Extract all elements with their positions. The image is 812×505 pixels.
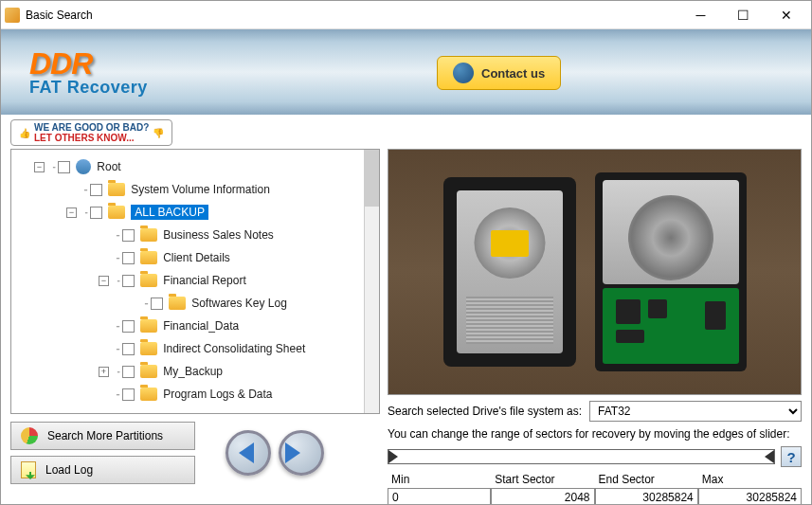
feedback-badge[interactable]: 👍 WE ARE GOOD OR BAD? LET OTHERS KNOW...…	[10, 119, 172, 146]
start-sector-input[interactable]: 2048	[491, 488, 594, 505]
tree-label: Financial_Data	[163, 319, 239, 333]
tree-label: Client Details	[163, 251, 230, 264]
hard-drive-image-1	[443, 177, 576, 367]
tree-row[interactable]: ···· Financial_Data	[11, 315, 379, 337]
tree-row[interactable]: + ··· My_Backup	[11, 360, 379, 383]
folder-icon	[140, 274, 157, 287]
tree-connector: ····	[144, 298, 147, 309]
brand-logo: DDR	[29, 46, 148, 81]
thumbs-up-icon: 👍	[19, 128, 30, 138]
tree-label: My_Backup	[163, 365, 223, 378]
tree-row[interactable]: ···· Softwares Key Log	[11, 292, 379, 315]
collapse-toggle[interactable]: −	[99, 276, 109, 286]
titlebar: Basic Search ─ ☐ ✕	[1, 1, 811, 29]
app-icon	[5, 8, 20, 23]
tree-checkbox[interactable]	[122, 229, 135, 242]
tree-label: Program Logs & Data	[163, 388, 272, 401]
hard-drive-image-2	[595, 172, 747, 371]
sector-grid: Min Start Sector End Sector Max 0 2048 3…	[388, 471, 802, 505]
action-buttons: Search More Partitions Load Log	[10, 422, 195, 484]
drive-preview-panel	[388, 149, 802, 395]
window-controls: ─ ☐ ✕	[679, 2, 807, 28]
drive-icon	[76, 159, 91, 174]
tree-row[interactable]: − ··· ALL BACKUP	[11, 201, 379, 224]
collapse-toggle[interactable]: −	[34, 162, 45, 172]
tree-checkbox[interactable]	[151, 298, 163, 310]
tree-row[interactable]: ···· System Volume Information	[11, 178, 379, 201]
contact-us-button[interactable]: Contact us	[437, 56, 561, 90]
end-sector-header: End Sector	[595, 471, 698, 488]
tree-row[interactable]: ···· Program Logs & Data	[11, 383, 379, 406]
filesystem-label: Search selected Drive's file system as:	[388, 405, 582, 418]
tree-row[interactable]: ···· Indirect Consolidating Sheet	[11, 337, 379, 360]
tree-checkbox[interactable]	[122, 366, 135, 378]
header-banner: DDR FAT Recovery Contact us	[1, 29, 811, 115]
tree-connector: ····	[116, 321, 118, 332]
expand-toggle[interactable]: +	[99, 367, 109, 377]
tree-connector: ····	[116, 389, 118, 400]
tree-row[interactable]: − ··· Financial Report	[11, 269, 379, 292]
tree-label: Business Sales Notes	[163, 228, 274, 242]
filesystem-select[interactable]: FAT32	[589, 401, 802, 422]
maximize-button[interactable]: ☐	[722, 2, 765, 28]
folder-icon	[140, 319, 157, 333]
tree-row[interactable]: ···· Client Details	[11, 246, 379, 269]
scrollbar-thumb[interactable]	[364, 150, 379, 207]
folder-icon	[140, 365, 157, 378]
folder-icon	[140, 228, 157, 242]
folder-icon	[169, 297, 186, 310]
tree-connector: ···	[52, 162, 54, 172]
folder-icon	[108, 206, 125, 219]
feedback-line2: LET OTHERS KNOW...	[34, 133, 149, 143]
search-more-partitions-button[interactable]: Search More Partitions	[10, 422, 195, 450]
sector-range-slider[interactable]	[388, 449, 775, 464]
slider-hint: You can change the range of sectors for …	[388, 427, 789, 441]
tree-checkbox[interactable]	[122, 343, 135, 355]
tree-root-row[interactable]: − ··· Root	[11, 155, 379, 178]
main-area: − ··· Root ···· System Volume Informatio…	[1, 149, 811, 505]
close-button[interactable]: ✕	[765, 2, 807, 28]
tree-scrollbar[interactable]	[364, 150, 379, 413]
right-pane: Search selected Drive's file system as: …	[388, 149, 802, 505]
min-value: 0	[388, 488, 491, 505]
tree-checkbox[interactable]	[122, 252, 135, 264]
search-more-label: Search More Partitions	[47, 429, 163, 442]
help-button[interactable]: ?	[781, 446, 802, 467]
load-log-button[interactable]: Load Log	[10, 456, 195, 484]
folder-icon	[108, 183, 125, 196]
window-title: Basic Search	[26, 9, 679, 22]
contact-label: Contact us	[481, 66, 545, 81]
pie-chart-icon	[21, 427, 38, 444]
folder-icon	[140, 251, 157, 264]
tree-label: System Volume Information	[131, 183, 270, 196]
minimize-button[interactable]: ─	[679, 2, 722, 28]
forward-button[interactable]	[279, 430, 324, 476]
left-pane: − ··· Root ···· System Volume Informatio…	[10, 149, 380, 505]
back-button[interactable]	[226, 430, 271, 476]
tree-checkbox[interactable]	[90, 184, 102, 196]
tree-checkbox[interactable]	[122, 388, 135, 401]
folder-tree[interactable]: − ··· Root ···· System Volume Informatio…	[11, 150, 379, 413]
min-header: Min	[388, 471, 491, 488]
tree-connector: ···	[117, 276, 118, 286]
person-icon	[453, 63, 474, 83]
arrow-right-icon	[285, 442, 321, 463]
tree-row[interactable]: ···· Business Sales Notes	[11, 224, 379, 246]
tree-connector: ····	[116, 230, 118, 241]
feedback-line1: WE ARE GOOD OR BAD?	[34, 122, 149, 133]
tree-checkbox[interactable]	[122, 320, 135, 333]
slider-hint-row: You can change the range of sectors for …	[388, 427, 802, 441]
arrow-left-icon	[239, 442, 254, 463]
tree-connector: ····	[116, 253, 118, 263]
tree-root-label: Root	[97, 160, 120, 173]
product-name: FAT Recovery	[29, 78, 148, 98]
tree-checkbox[interactable]	[90, 207, 102, 219]
end-sector-input[interactable]: 30285824	[595, 488, 698, 505]
tree-checkbox[interactable]	[122, 275, 135, 287]
collapse-toggle[interactable]: −	[66, 207, 77, 218]
tree-label-selected: ALL BACKUP	[131, 205, 208, 220]
tree-label: Softwares Key Log	[191, 297, 287, 310]
tree-checkbox[interactable]	[58, 161, 70, 173]
feedback-strip: 👍 WE ARE GOOD OR BAD? LET OTHERS KNOW...…	[10, 120, 802, 145]
tree-label: Financial Report	[163, 274, 245, 287]
